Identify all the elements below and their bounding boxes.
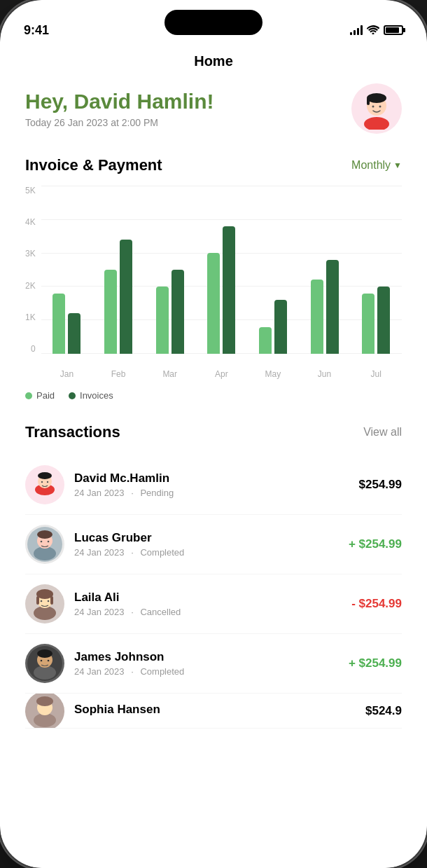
- bar-group-jul: [350, 287, 402, 354]
- transaction-avatar-james: [25, 644, 64, 683]
- status-icons: [350, 25, 403, 36]
- transaction-info-sophia: Sophia Hansen: [74, 703, 365, 719]
- bar-jun-paid: [311, 280, 323, 354]
- bar-group-feb: [92, 240, 144, 354]
- greeting-date: Today 26 Jan 2023 at 2:00 PM: [25, 117, 214, 128]
- paid-dot: [25, 392, 32, 399]
- transactions-header: Transactions View all: [25, 423, 402, 441]
- invoice-dot: [69, 392, 76, 399]
- transaction-item[interactable]: David Mc.Hamlin 24 Jan 2023 · Pending $2…: [25, 455, 402, 515]
- invoice-label: Invoices: [80, 390, 113, 401]
- bar-jun-invoice: [326, 260, 339, 354]
- transaction-meta: 24 Jan 2023 · Pending: [74, 488, 359, 498]
- svg-point-24: [41, 600, 43, 602]
- transaction-name: James Johnson: [74, 650, 349, 664]
- y-label-5k: 5K: [25, 186, 36, 195]
- transaction-info-lucas: Lucas Gruber 24 Jan 2023 · Completed: [74, 531, 349, 558]
- svg-point-31: [48, 660, 50, 662]
- transaction-meta: 24 Jan 2023 · Completed: [74, 547, 349, 558]
- transaction-amount: $524.9: [365, 704, 402, 718]
- svg-point-2: [367, 93, 386, 103]
- svg-point-30: [41, 660, 43, 662]
- user-avatar[interactable]: [351, 83, 402, 134]
- svg-point-17: [48, 541, 50, 543]
- x-label-jul: Jul: [350, 369, 402, 379]
- svg-point-10: [41, 481, 43, 483]
- svg-point-0: [364, 117, 389, 130]
- transaction-item[interactable]: Laila Ali 24 Jan 2023 · Cancelled - $254…: [25, 574, 402, 634]
- svg-point-11: [47, 481, 48, 483]
- transaction-name: Lucas Gruber: [74, 531, 349, 545]
- svg-point-16: [41, 541, 43, 543]
- greeting-section: Hey, David Hamlin! Today 26 Jan 2023 at …: [25, 83, 402, 134]
- x-label-mar: Mar: [144, 369, 196, 379]
- transaction-item[interactable]: Sophia Hansen $524.9: [25, 694, 402, 729]
- x-label-jun: Jun: [299, 369, 351, 379]
- x-label-jan: Jan: [41, 369, 93, 379]
- invoice-title: Invoice & Payment: [25, 156, 162, 174]
- svg-point-25: [48, 600, 50, 602]
- greeting-text: Hey, David Hamlin! Today 26 Jan 2023 at …: [25, 89, 214, 128]
- bar-jan-paid: [52, 294, 65, 354]
- transaction-meta: 24 Jan 2023 · Completed: [74, 666, 349, 677]
- transaction-avatar-laila: [25, 584, 64, 624]
- greeting-name: Hey, David Hamlin!: [25, 89, 214, 114]
- transaction-info-laila: Laila Ali 24 Jan 2023 · Cancelled: [74, 591, 351, 617]
- dynamic-island: [164, 10, 262, 35]
- transaction-meta: 24 Jan 2023 · Cancelled: [74, 607, 351, 617]
- monthly-label: Monthly: [351, 159, 391, 172]
- bar-jan-invoice: [68, 313, 80, 354]
- phone-screen: 9:41: [0, 0, 427, 868]
- bar-jul-paid: [362, 294, 374, 354]
- transaction-item[interactable]: Lucas Gruber 24 Jan 2023 · Completed + $…: [25, 515, 402, 574]
- transaction-amount: $254.99: [359, 478, 402, 492]
- transaction-name: Laila Ali: [74, 591, 351, 605]
- transaction-item[interactable]: James Johnson 24 Jan 2023 · Completed + …: [25, 634, 402, 694]
- y-label-2k: 2K: [25, 281, 36, 291]
- svg-rect-3: [367, 98, 370, 105]
- wifi-icon: [367, 25, 379, 36]
- svg-rect-22: [36, 596, 39, 605]
- transaction-name: Sophia Hansen: [74, 703, 365, 717]
- bar-feb-paid: [104, 270, 117, 354]
- bar-may-invoice: [274, 300, 287, 354]
- bar-mar-paid: [156, 287, 169, 354]
- bar-apr-invoice: [223, 226, 235, 354]
- transaction-avatar-lucas: [25, 525, 64, 564]
- transaction-amount: + $254.99: [349, 537, 402, 551]
- chevron-down-icon: ▼: [393, 160, 402, 170]
- transaction-amount: + $254.99: [349, 656, 402, 670]
- y-label-1k: 1K: [25, 312, 36, 322]
- legend-paid: Paid: [25, 390, 55, 401]
- invoice-section-header: Invoice & Payment Monthly ▼: [25, 156, 402, 174]
- transaction-avatar-sophia: [25, 694, 64, 729]
- svg-point-15: [37, 530, 52, 539]
- y-label-3k: 3K: [25, 249, 36, 259]
- svg-point-35: [36, 696, 53, 706]
- bar-jul-invoice: [377, 287, 390, 354]
- monthly-dropdown[interactable]: Monthly ▼: [351, 159, 402, 172]
- bar-group-apr: [196, 226, 248, 354]
- transaction-info-david: David Mc.Hamlin 24 Jan 2023 · Pending: [74, 471, 359, 498]
- svg-rect-23: [50, 596, 53, 605]
- transaction-amount: - $254.99: [351, 597, 402, 611]
- chart-legend: Paid Invoices: [25, 390, 402, 401]
- y-label-4k: 4K: [25, 217, 36, 227]
- battery-icon: [384, 25, 403, 35]
- page-title: Home: [25, 48, 402, 83]
- x-label-feb: Feb: [92, 369, 144, 379]
- bar-mar-invoice: [172, 270, 184, 354]
- bar-may-paid: [259, 327, 272, 354]
- signal-icon: [350, 25, 363, 35]
- phone-frame: 9:41: [0, 0, 427, 868]
- bar-group-jan: [41, 294, 93, 354]
- y-label-0: 0: [31, 344, 36, 354]
- transaction-avatar-david: [25, 465, 64, 504]
- svg-point-4: [372, 106, 374, 108]
- status-time: 9:41: [24, 23, 49, 38]
- svg-point-29: [37, 649, 52, 658]
- invoice-chart: 5K 4K 3K 2K 1K 0: [25, 186, 402, 382]
- bar-group-may: [247, 300, 299, 354]
- x-label-may: May: [247, 369, 299, 379]
- view-all-button[interactable]: View all: [363, 426, 402, 439]
